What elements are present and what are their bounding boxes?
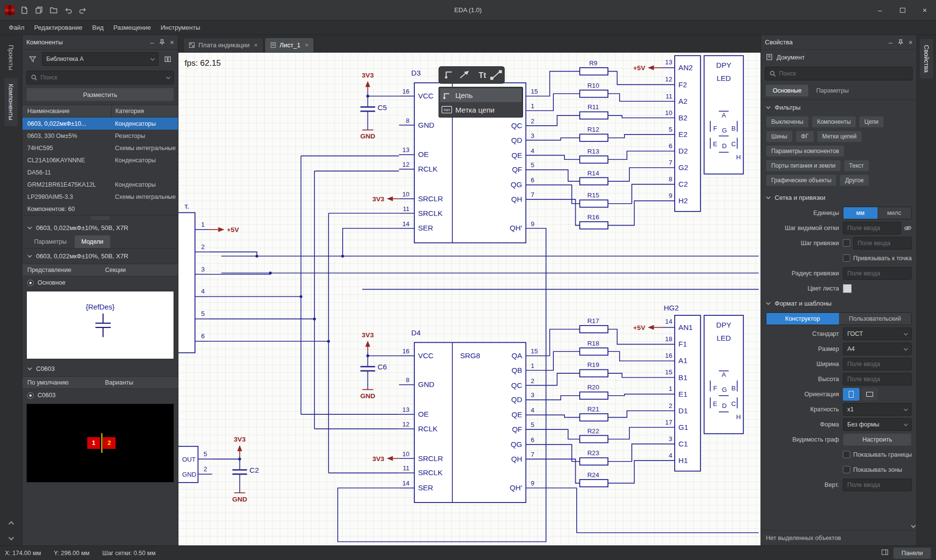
snap-step-input[interactable]: [853, 237, 912, 250]
filter-icon[interactable]: [26, 53, 39, 65]
panel-pin-icon[interactable]: [897, 39, 904, 45]
schematic-drawing[interactable]: fps: 62.15т.123456+5V5OUT2GND3V3C5GND3V3…: [178, 53, 760, 545]
table-row[interactable]: 74HC595Схемы интегральные: [22, 142, 178, 154]
model-section-header[interactable]: 0603, 0,022мкФ±10%, 50В, X7R: [22, 249, 178, 264]
panel-minimize-icon[interactable]: –: [150, 39, 154, 46]
component-search-input[interactable]: [40, 74, 164, 81]
standard-select[interactable]: ГОСТ: [843, 328, 912, 340]
rail-tab-projects[interactable]: Проекты: [4, 39, 18, 76]
vert-input[interactable]: [843, 479, 912, 491]
orientation-portrait-button[interactable]: [843, 388, 859, 401]
minimize-button[interactable]: –: [869, 0, 891, 20]
panel-splitter[interactable]: [22, 215, 178, 220]
mode-custom[interactable]: Пользовательский: [839, 313, 912, 325]
component-section-header[interactable]: 0603, 0,022мкФ±10%, 50В, X7R: [22, 220, 178, 235]
sheet-color-swatch[interactable]: [843, 284, 852, 293]
snap-radius-input[interactable]: [843, 267, 912, 280]
rail-tab-properties[interactable]: Свойства: [920, 39, 933, 78]
height-input[interactable]: [843, 373, 912, 386]
orientation-landscape-button[interactable]: [861, 388, 878, 401]
panel-minimize-icon[interactable]: –: [889, 39, 893, 46]
eye-slash-icon[interactable]: [904, 225, 912, 231]
format-section-header[interactable]: Формат и шаблоны: [761, 296, 916, 311]
chip-disabled[interactable]: Выключены: [766, 116, 809, 128]
chip-fg[interactable]: ФГ: [796, 131, 814, 142]
properties-search-input[interactable]: [779, 70, 908, 77]
visible-grid-input[interactable]: [843, 222, 901, 234]
column-category[interactable]: Категория: [111, 105, 178, 117]
close-tab-icon[interactable]: ×: [305, 41, 309, 49]
tab-models[interactable]: Модели: [75, 235, 110, 248]
menu-file[interactable]: Файл: [4, 22, 29, 33]
tab-parameters[interactable]: Параметры: [809, 85, 856, 97]
chip-components[interactable]: Компоненты: [812, 116, 856, 128]
tab-board[interactable]: Плата индикации ×: [183, 38, 263, 52]
filters-section-header[interactable]: Фильтры: [761, 100, 916, 115]
table-row[interactable]: LP2980AIM5-3.3Схемы интегральные: [22, 191, 178, 203]
table-row[interactable]: DA56-11: [22, 166, 178, 178]
size-select[interactable]: A4: [843, 343, 912, 355]
open-folder-icon[interactable]: [49, 5, 58, 15]
rail-scroll-down-icon[interactable]: [6, 533, 16, 542]
footprint-section-header[interactable]: C0603: [22, 361, 178, 376]
units-mils[interactable]: милс: [878, 207, 912, 219]
panel-pin-icon[interactable]: [159, 39, 165, 45]
width-input[interactable]: [843, 358, 912, 370]
redo-icon[interactable]: [78, 5, 88, 15]
configure-button[interactable]: Настроить: [843, 433, 912, 446]
chevron-down-icon: [766, 196, 771, 199]
svg-text:2: 2: [669, 402, 672, 409]
show-zones-checkbox[interactable]: [843, 466, 850, 473]
chip-nets[interactable]: Цепи: [859, 116, 884, 128]
split-view-icon[interactable]: [161, 53, 174, 65]
chip-net-labels[interactable]: Метки цепей: [817, 131, 862, 142]
grid-section-header[interactable]: Сетка и привязки: [761, 190, 916, 205]
place-button[interactable]: Разместить: [26, 88, 174, 101]
rail-tab-components[interactable]: Компоненты: [4, 78, 18, 126]
footprint-row[interactable]: C0603: [22, 389, 178, 402]
snap-step-checkbox[interactable]: [843, 239, 850, 247]
chip-buses[interactable]: Шины: [766, 131, 793, 142]
chip-component-params[interactable]: Параметры компонентов: [766, 145, 844, 157]
mode-designer[interactable]: Конструктор: [766, 313, 839, 325]
snap-to-points-checkbox[interactable]: [843, 254, 850, 262]
new-file-icon[interactable]: [20, 5, 29, 15]
copy-icon[interactable]: [34, 5, 44, 15]
table-row[interactable]: 0603, 330 Ом±5%Резисторы: [22, 130, 178, 142]
library-select[interactable]: Библиотека А: [42, 52, 158, 66]
table-row[interactable]: CL21A106KAYNNNEКонденсаторы: [22, 154, 178, 166]
units-mm[interactable]: мм: [843, 207, 878, 219]
menu-edit[interactable]: Редактирование: [29, 22, 87, 33]
schematic-canvas[interactable]: fps: 62.15т.123456+5V5OUT2GND3V3C5GND3V3…: [178, 53, 760, 545]
show-borders-checkbox[interactable]: [843, 451, 850, 458]
radio-selected-icon[interactable]: [27, 280, 34, 286]
chip-other[interactable]: Другое: [839, 174, 869, 186]
tab-sheet[interactable]: Лист_1 ×: [265, 38, 314, 52]
close-tab-icon[interactable]: ×: [254, 41, 258, 49]
table-row[interactable]: 0603, 0,022мкФ±10...Конденсаторы: [22, 117, 178, 130]
menu-view[interactable]: Вид: [87, 22, 109, 33]
chip-graphic-objects[interactable]: Графические объекты: [766, 174, 837, 186]
table-row[interactable]: GRM21BR61E475KA12LКонденсаторы: [22, 178, 178, 191]
column-name[interactable]: Наименование: [22, 108, 111, 115]
chip-power-ports[interactable]: Порты питания и земли: [766, 160, 841, 172]
shape-select[interactable]: Без формы: [843, 418, 912, 431]
undo-icon[interactable]: [63, 5, 73, 15]
representation-row[interactable]: Основное: [22, 276, 178, 289]
close-button[interactable]: ×: [914, 0, 936, 20]
panels-button[interactable]: Панели: [893, 547, 931, 559]
radio-selected-icon[interactable]: [27, 392, 34, 399]
svg-text:Net: Net: [444, 108, 450, 112]
panel-close-icon[interactable]: ×: [909, 39, 913, 46]
svg-text:R9: R9: [589, 59, 597, 67]
maximize-button[interactable]: [891, 0, 914, 20]
multiplicity-select[interactable]: x1: [843, 403, 912, 416]
menu-tools[interactable]: Инструменты: [156, 22, 205, 33]
rail-scroll-up-icon[interactable]: [6, 519, 16, 529]
tab-parameters[interactable]: Параметры: [27, 235, 74, 248]
tab-general[interactable]: Основные: [766, 85, 808, 97]
menu-place[interactable]: Размещение: [109, 22, 156, 33]
panel-close-icon[interactable]: ×: [170, 39, 174, 46]
chip-text[interactable]: Текст: [844, 160, 869, 172]
scroll-down-icon[interactable]: [912, 522, 915, 529]
